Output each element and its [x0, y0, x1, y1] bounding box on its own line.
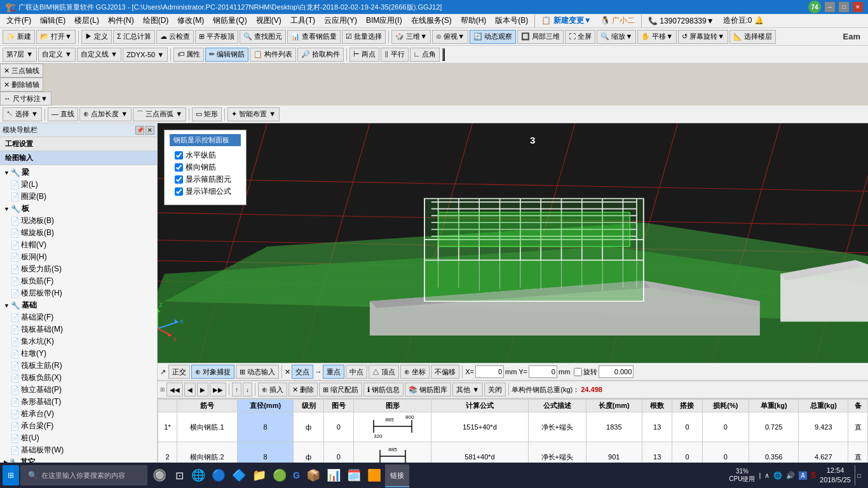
rotate-input[interactable]: [599, 365, 634, 378]
rebar-nav-next[interactable]: ▶: [197, 383, 208, 396]
menu-draw[interactable]: 绘图(D): [139, 15, 173, 27]
vertex-snap-button[interactable]: △ 顶点: [369, 365, 399, 379]
angle-point-button[interactable]: ∟ 点角: [410, 48, 440, 62]
sidebar-item-spiral-slab[interactable]: 📄 螺旋板(B): [9, 227, 156, 239]
component-list-button[interactable]: 📋 构件列表: [250, 48, 296, 62]
sidebar-item-column-cap[interactable]: 📄 柱帽(V): [9, 239, 156, 251]
cp-show-stirrup[interactable]: 显示箍筋图元: [175, 174, 236, 185]
menu-modify[interactable]: 修改(M): [173, 15, 208, 27]
taskbar-app1[interactable]: 📊: [324, 465, 343, 485]
rebar-close-button[interactable]: 关闭: [484, 383, 506, 396]
zdyx50-dropdown[interactable]: ZDYX-50 ▼: [123, 48, 168, 62]
object-snap-button[interactable]: ⊕ 对象捕捉: [191, 365, 234, 379]
rebar-info-button[interactable]: ℹ 钢筋信息: [363, 383, 403, 396]
local-3d-button[interactable]: 🔲 局部三维: [517, 30, 564, 44]
cp-transverse-rebar[interactable]: 横向钢筋: [175, 162, 236, 173]
menu-help[interactable]: 帮助(H): [457, 15, 491, 27]
sidebar-item-foundation-beam[interactable]: 📄 基础梁(F): [9, 311, 156, 323]
taskbar-cortana[interactable]: 🔘: [149, 465, 170, 485]
cloud-check-button[interactable]: ☁ 云检查: [156, 30, 194, 44]
edit-rebar-button[interactable]: ✏ 编辑钢筋: [205, 48, 248, 62]
dynamic-input-button[interactable]: ⊞ 动态输入: [236, 365, 279, 379]
view-rebar-button[interactable]: 📊 查看钢筋量: [287, 30, 341, 44]
sidebar-item-foundation-strip[interactable]: 📄 基础板带(W): [9, 444, 156, 456]
taskbar-edge[interactable]: 🌐: [189, 465, 208, 485]
batch-select-button[interactable]: ☑ 批量选择: [342, 30, 386, 44]
rebar-nav-first[interactable]: ◀◀: [166, 383, 183, 396]
sidebar-item-raft-neg-rebar[interactable]: 📄 筏板负筋(X): [9, 372, 156, 384]
taskbar-pkg[interactable]: 📦: [304, 465, 323, 485]
menu-price-bean[interactable]: 造价豆:0 🔔: [719, 15, 768, 27]
rebar-up-button[interactable]: ↑: [232, 383, 241, 396]
rotate-checkbox[interactable]: [574, 368, 582, 376]
line-button[interactable]: — 直线: [48, 107, 78, 121]
rect-button[interactable]: ▭ 矩形: [192, 107, 222, 121]
ortho-button[interactable]: 正交: [168, 365, 190, 379]
menu-floor[interactable]: 楼层(L): [71, 15, 103, 27]
sidebar-item-sump[interactable]: 📄 集水坑(K): [9, 336, 156, 348]
zoom-button[interactable]: 🔍 缩放▼: [597, 30, 636, 44]
open-button[interactable]: 📂 打开▼: [36, 30, 76, 44]
sidebar-item-slab-hole[interactable]: 📄 板洞(H): [9, 251, 156, 263]
sidebar-item-cap-beam[interactable]: 📄 承台梁(F): [9, 420, 156, 432]
property-button[interactable]: 🏷 属性: [173, 48, 204, 62]
cp-show-formula-checkbox[interactable]: [175, 187, 183, 196]
menu-online[interactable]: 在线服务(S): [407, 15, 456, 27]
screen-rotate-button[interactable]: ↺ 屏幕旋转▼: [678, 30, 728, 44]
sidebar-item-beam-l[interactable]: 📄 梁(L): [9, 179, 156, 191]
sidebar-item-pile[interactable]: 📄 桩(U): [9, 432, 156, 444]
tray-ime[interactable]: S: [811, 471, 816, 480]
menu-bim[interactable]: BIM应用(I): [362, 15, 406, 27]
two-points-button[interactable]: ⊢ 两点: [349, 48, 379, 62]
menu-view[interactable]: 视图(V): [252, 15, 285, 27]
taskbar-g[interactable]: G: [290, 465, 302, 485]
fullscreen-button[interactable]: ⛶ 全屏: [565, 30, 595, 44]
cp-show-stirrup-checkbox[interactable]: [175, 175, 183, 184]
menu-cloud[interactable]: 云应用(Y): [320, 15, 361, 27]
rebar-others-button[interactable]: 其他 ▼: [452, 383, 483, 396]
search-bar[interactable]: 🔍 在这里输入你要搜索的内容: [20, 465, 147, 485]
select-floor-button[interactable]: 📐 选择楼层: [729, 30, 776, 44]
3d-button[interactable]: 🎲 三维▼: [391, 30, 431, 44]
show-desktop-button[interactable]: □: [855, 465, 863, 485]
custom-dropdown[interactable]: 自定义 ▼: [38, 48, 76, 62]
tray-sound[interactable]: 🔊: [786, 471, 795, 480]
sidebar-engineering-settings[interactable]: 工程设置: [0, 137, 157, 151]
layer-7-dropdown[interactable]: 第7层 ▼: [3, 48, 37, 62]
sidebar-draw-input[interactable]: 绘图输入: [0, 151, 157, 165]
midpoint-snap-button[interactable]: 重点: [323, 365, 344, 379]
rebar-scaled-layout-button[interactable]: ⊞ 缩尺配筋: [319, 383, 362, 396]
start-button[interactable]: ⊞: [3, 465, 19, 485]
maximize-button[interactable]: □: [839, 2, 849, 12]
sidebar-item-floor-strip[interactable]: 📄 楼层板带(H): [9, 287, 156, 299]
taskbar-ie[interactable]: 🔵: [209, 465, 228, 485]
cp-transverse-rebar-checkbox[interactable]: [175, 163, 183, 172]
menu-file[interactable]: 文件(F): [3, 15, 35, 27]
menu-component[interactable]: 构件(N): [104, 15, 138, 27]
sidebar-item-raft-main-rebar[interactable]: 📄 筏板主筋(R): [9, 360, 156, 372]
menu-version[interactable]: 版本号(B): [491, 15, 532, 27]
align-slab-button[interactable]: ⊞ 平齐板顶: [195, 30, 238, 44]
taskbar-clock[interactable]: 12:54 2018/5/25: [820, 466, 851, 485]
taskbar-ie2[interactable]: 🔷: [229, 465, 248, 485]
menu-new-change[interactable]: 📋 新建变更▼: [538, 15, 595, 27]
taskbar-task-view[interactable]: ⊡: [172, 465, 187, 485]
cp-horizontal-rebar[interactable]: 水平纵筋: [175, 150, 236, 161]
sidebar-item-slab-neg-rebar[interactable]: 📄 板负筋(F): [9, 275, 156, 287]
calc-button[interactable]: Σ 汇总计算: [113, 30, 155, 44]
sidebar-item-cast-slab[interactable]: 📄 现浇板(B): [9, 215, 156, 227]
minimize-button[interactable]: ─: [825, 2, 835, 12]
tray-network[interactable]: 🌐: [773, 471, 782, 480]
taskbar-cal[interactable]: 🗓️: [344, 465, 363, 485]
dim-label-button[interactable]: ↔ 尺寸标注▼: [0, 92, 51, 105]
sidebar-section-beam[interactable]: ▼ 🔧 梁: [1, 166, 156, 179]
coord-button[interactable]: ⊕ 坐标: [400, 365, 430, 379]
del-aux-button[interactable]: ✕ 删除辅轴: [0, 78, 43, 92]
parallel-button[interactable]: ∥ 平行: [381, 48, 408, 62]
menu-phone[interactable]: 📞 13907298339▼: [644, 16, 718, 26]
rebar-insert-button[interactable]: ⊕ 插入: [258, 383, 287, 396]
point-length-button[interactable]: ⊕ 点加长度 ▼: [79, 107, 132, 121]
three-axis-button[interactable]: ✕ 三点轴线: [0, 64, 43, 78]
smart-layout-button[interactable]: ✦ 智能布置 ▼: [227, 107, 280, 121]
rebar-library-button[interactable]: 📚 钢筋图库: [405, 383, 451, 396]
